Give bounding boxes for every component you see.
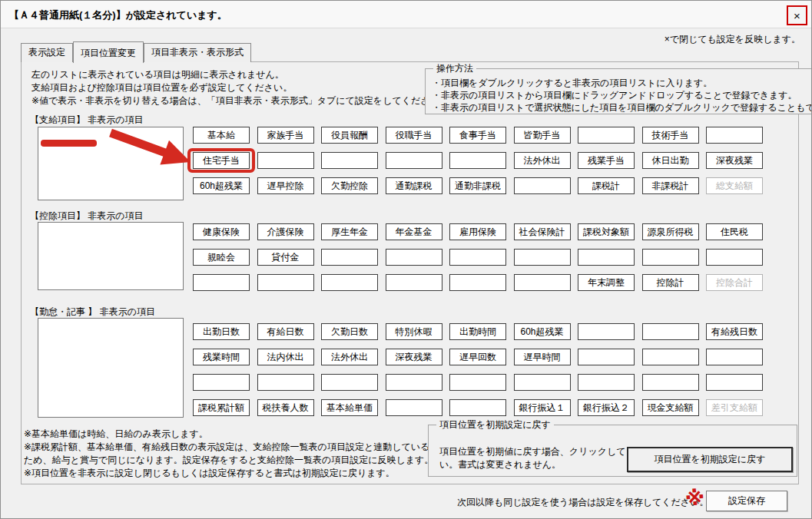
item-slot-empty[interactable]: [321, 249, 378, 266]
instruction-line: 支給項目および控除項目は項目位置を必ず設定してください。: [31, 81, 449, 94]
item-slot-empty[interactable]: [386, 374, 442, 391]
item-button[interactable]: 家族手当: [257, 127, 314, 144]
item-button[interactable]: 社会保険計: [514, 223, 571, 240]
item-slot-empty[interactable]: [386, 399, 442, 416]
item-slot-empty[interactable]: [706, 127, 763, 144]
item-button[interactable]: 厚生年金: [321, 223, 378, 240]
item-button[interactable]: 税扶養人数: [257, 399, 314, 416]
item-slot-empty[interactable]: [706, 374, 763, 391]
item-button[interactable]: 差引支給額: [706, 399, 763, 416]
item-button[interactable]: 現金支給額: [642, 399, 699, 416]
item-slot-empty[interactable]: [578, 349, 635, 365]
item-button[interactable]: 介護保険: [257, 223, 314, 240]
item-button[interactable]: 総支給額: [706, 177, 763, 194]
item-button[interactable]: 有給日数: [257, 323, 314, 340]
item-button[interactable]: 年末調整: [578, 274, 635, 291]
item-slot-empty[interactable]: [578, 323, 635, 340]
item-slot-empty[interactable]: [386, 152, 442, 169]
item-slot-empty[interactable]: [642, 323, 699, 340]
item-slot-empty[interactable]: [321, 152, 378, 169]
item-button[interactable]: 遅早回数: [449, 349, 506, 365]
item-slot-empty[interactable]: [706, 249, 763, 266]
item-button[interactable]: 住民税: [706, 223, 763, 240]
item-slot-empty[interactable]: [578, 249, 635, 266]
item-button[interactable]: 銀行振込２: [578, 399, 635, 416]
item-button[interactable]: 特別休暇: [386, 323, 442, 340]
close-button[interactable]: ×: [787, 5, 807, 25]
item-slot-empty[interactable]: [321, 274, 378, 291]
item-button[interactable]: 源泉所得税: [642, 223, 699, 240]
item-button[interactable]: 欠勤控除: [321, 177, 378, 194]
item-button[interactable]: 残業手当: [578, 152, 635, 169]
reset-position-button[interactable]: 項目位置を初期設定に戻す: [627, 447, 793, 472]
tab-item-position[interactable]: 項目位置変更: [73, 41, 144, 63]
item-button[interactable]: 控除計: [642, 274, 699, 291]
item-slot-empty[interactable]: [642, 349, 699, 365]
hidden-items-listbox-payment[interactable]: [38, 127, 184, 200]
item-button[interactable]: 深夜残業: [386, 349, 442, 365]
item-button[interactable]: 課税累計額: [193, 399, 250, 416]
item-slot-empty[interactable]: [449, 152, 506, 169]
item-button[interactable]: 役職手当: [386, 127, 442, 144]
item-slot-empty[interactable]: [386, 274, 442, 291]
item-button[interactable]: 雇用保険: [449, 223, 506, 240]
item-button[interactable]: 銀行振込１: [514, 399, 571, 416]
item-slot-empty[interactable]: [642, 374, 699, 391]
item-button[interactable]: 遅早控除: [257, 177, 314, 194]
item-slot-empty[interactable]: [642, 249, 699, 266]
item-button[interactable]: 60h超残業: [514, 323, 571, 340]
tab-item-hide-format[interactable]: 項目非表示・表示形式: [144, 43, 251, 62]
item-button[interactable]: 休日出勤: [642, 152, 699, 169]
item-button[interactable]: 役員報酬: [321, 127, 378, 144]
item-button[interactable]: 住宅手当: [193, 152, 250, 169]
item-slot-empty[interactable]: [706, 349, 763, 365]
item-slot-empty[interactable]: [449, 374, 506, 391]
item-button[interactable]: 通勤非課税: [449, 177, 506, 194]
item-button[interactable]: 課税計: [578, 177, 635, 194]
item-button[interactable]: 控除合計: [706, 274, 763, 291]
item-slot-empty[interactable]: [514, 177, 571, 194]
item-slot-empty[interactable]: [257, 152, 314, 169]
item-button[interactable]: 遅早時間: [514, 349, 571, 365]
item-slot-empty[interactable]: [321, 374, 378, 391]
item-slot-empty[interactable]: [257, 274, 314, 291]
item-button[interactable]: 60h超残業: [193, 177, 250, 194]
item-button[interactable]: 出勤日数: [193, 323, 250, 340]
item-button[interactable]: 残業時間: [193, 349, 250, 365]
hidden-items-listbox-deduction[interactable]: [38, 222, 184, 290]
item-slot-empty[interactable]: [514, 374, 571, 391]
item-slot-empty[interactable]: [257, 374, 314, 391]
item-slot-empty[interactable]: [449, 274, 506, 291]
item-button[interactable]: 有給残日数: [706, 323, 763, 340]
save-settings-button[interactable]: 設定保存: [706, 491, 787, 511]
item-slot-empty[interactable]: [449, 249, 506, 266]
hidden-items-listbox-attendance[interactable]: [38, 318, 184, 418]
item-slot-empty[interactable]: [514, 274, 571, 291]
item-button[interactable]: 法外休出: [514, 152, 571, 169]
tab-display-settings[interactable]: 表示設定: [21, 43, 73, 62]
item-slot-empty[interactable]: [193, 274, 250, 291]
item-button[interactable]: 貸付金: [257, 249, 314, 266]
item-button[interactable]: 健康保険: [193, 223, 250, 240]
item-button[interactable]: 基本給: [193, 127, 250, 144]
item-button[interactable]: 深夜残業: [706, 152, 763, 169]
item-button[interactable]: 出勤時間: [449, 323, 506, 340]
item-slot-empty[interactable]: [514, 249, 571, 266]
item-button[interactable]: 基本給単価: [321, 399, 378, 416]
item-button[interactable]: 皆勤手当: [514, 127, 571, 144]
item-button[interactable]: 親睦会: [193, 249, 250, 266]
item-button[interactable]: 欠勤日数: [321, 323, 378, 340]
item-slot-empty[interactable]: [578, 374, 635, 391]
item-button[interactable]: 年金基金: [386, 223, 442, 240]
item-button[interactable]: 技術手当: [642, 127, 699, 144]
item-slot-empty[interactable]: [386, 249, 442, 266]
item-button[interactable]: 法内休出: [257, 349, 314, 365]
item-button[interactable]: 法外休出: [321, 349, 378, 365]
item-button[interactable]: 課税対象額: [578, 223, 635, 240]
item-slot-empty[interactable]: [449, 399, 506, 416]
item-button[interactable]: 食事手当: [449, 127, 506, 144]
item-slot-empty[interactable]: [193, 374, 250, 391]
item-button[interactable]: 通勤課税: [386, 177, 442, 194]
item-button[interactable]: 非課税計: [642, 177, 699, 194]
item-slot-empty[interactable]: [578, 127, 635, 144]
